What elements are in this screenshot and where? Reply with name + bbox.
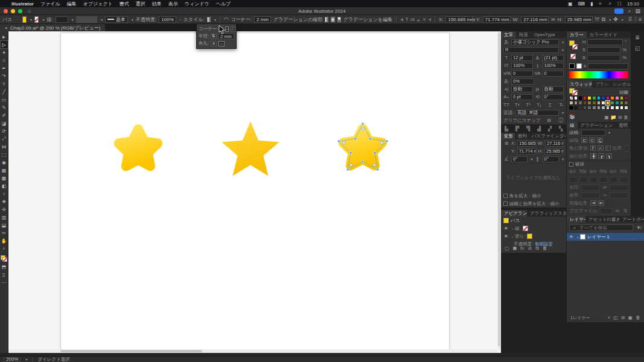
curvature-tool[interactable]: ↷ <box>1 72 8 80</box>
shaper-tool[interactable]: ✐ <box>1 112 8 119</box>
tab-brushes[interactable]: ブラシ <box>592 81 610 87</box>
font-style-dropdown[interactable]: R <box>503 47 559 53</box>
swatch-cell[interactable] <box>624 96 628 100</box>
gap-field-3[interactable] <box>620 177 628 183</box>
y-field[interactable]: 71.774 mm <box>483 16 511 23</box>
align-left-icon[interactable]: ⫣ <box>400 16 403 23</box>
align-outside-stroke-icon[interactable]: ┓ <box>606 153 612 159</box>
stroke-swatch[interactable] <box>34 16 39 23</box>
th-field[interactable]: 25.985 mm <box>544 148 564 154</box>
small-caps-icon[interactable]: Tᴛ <box>514 102 520 107</box>
hand-tool[interactable]: ✋ <box>1 237 8 244</box>
color-spectrum[interactable] <box>569 71 628 78</box>
swatch-cell[interactable] <box>578 96 582 100</box>
menu-item-9[interactable]: ヘルプ <box>216 1 231 7</box>
miter-join-icon[interactable]: Γ <box>590 145 596 151</box>
search-icon[interactable]: ⌕ <box>628 8 631 14</box>
menu-item-8[interactable]: ウィンドウ <box>185 1 209 7</box>
symbol-sprayer-tool[interactable]: ✣ <box>1 206 8 213</box>
tab-transparency[interactable]: 透明 <box>616 122 631 129</box>
swatch-cell[interactable] <box>620 106 624 110</box>
close-tab-icon[interactable]: × <box>5 25 8 31</box>
dock-icon-2[interactable]: ⫶ <box>634 16 636 23</box>
artboard-tool[interactable]: ⬓ <box>1 221 8 229</box>
layers-search-input[interactable] <box>579 225 631 230</box>
saturation-field[interactable] <box>587 47 620 53</box>
new-sublayer-icon[interactable]: ⊞ <box>621 315 625 321</box>
gradient-edit-label[interactable]: グラデーションを編集 <box>343 16 392 23</box>
corner-widget[interactable] <box>380 142 383 144</box>
all-caps-icon[interactable]: TT <box>503 102 509 107</box>
tab-align[interactable]: 整列 <box>515 133 529 139</box>
isolate-icon[interactable]: ✥ <box>613 16 618 22</box>
swatch-cell[interactable] <box>610 96 614 100</box>
strikethrough-icon[interactable]: T̶ <box>558 102 564 107</box>
spotlight-icon[interactable]: ⌕ <box>608 1 611 7</box>
rounding-absolute-icon[interactable]: ∧ <box>211 41 217 46</box>
freeform-gradient-icon[interactable] <box>337 17 341 22</box>
grid-view-icon[interactable]: ▦ <box>623 89 628 95</box>
shear-angle-field[interactable]: 0° <box>543 156 559 162</box>
swatch-cell[interactable] <box>606 96 610 100</box>
swatch-cell[interactable] <box>569 96 573 100</box>
paintbrush-tool[interactable]: ✎ <box>1 104 8 111</box>
align-middle-icon[interactable]: ⫟ <box>422 16 426 23</box>
tab-opentype[interactable]: OpenType <box>531 31 558 38</box>
corner-chamfer-icon[interactable]: 〉 <box>231 27 236 32</box>
screen-mirror-icon[interactable]: ▣ <box>568 1 573 7</box>
menu-item-2[interactable]: 編集 <box>67 1 77 7</box>
round-cap-icon[interactable]: ⊂ <box>589 138 595 143</box>
brush-definition-dropdown[interactable] <box>76 16 97 23</box>
tip-extend-icon[interactable]: ⇥ <box>590 200 596 206</box>
rotate-tool[interactable]: ⟳ <box>1 127 8 135</box>
transform-icon[interactable]: ⤧ <box>595 16 599 23</box>
wifi-icon[interactable]: ᯤ <box>598 1 603 7</box>
lasso-tool[interactable]: ೦ <box>1 57 8 64</box>
kerning-field[interactable]: 0 <box>511 71 533 77</box>
swatch-cell[interactable] <box>615 96 619 100</box>
libraries-panel-icon[interactable]: ≣ <box>635 34 640 40</box>
align-center-icon[interactable]: ⫯ <box>406 16 408 23</box>
anchor-point[interactable] <box>386 140 388 142</box>
scale-strokes-checkbox[interactable] <box>503 202 508 206</box>
tw-field[interactable]: 27.116 mm <box>545 141 564 147</box>
share-button[interactable] <box>614 8 623 14</box>
swatch-cell[interactable] <box>597 101 601 105</box>
swatch-cell[interactable] <box>578 106 582 110</box>
swatch-cell[interactable] <box>610 101 614 105</box>
type-tool[interactable]: T <box>1 80 8 87</box>
superscript-icon[interactable]: T¹ <box>525 102 531 107</box>
width-tool[interactable]: ⋈ <box>1 143 8 150</box>
duplicate-icon[interactable]: ⧉ <box>535 246 539 252</box>
new-layer-icon[interactable]: ▣ <box>628 315 633 321</box>
locate-object-icon[interactable]: ⌖ <box>608 315 611 321</box>
tab-artboards[interactable]: アートボード <box>619 216 644 223</box>
appearance-stroke-swatch[interactable] <box>523 226 528 231</box>
gap-field-2[interactable] <box>599 177 608 183</box>
tracking-field[interactable]: 0 <box>543 71 564 77</box>
radial-gradient-icon[interactable] <box>331 17 334 22</box>
align-icon-1[interactable]: ▙ <box>503 126 509 132</box>
swatch-cell[interactable] <box>574 106 578 110</box>
aki-right-dropdown[interactable]: 自動 <box>543 86 564 92</box>
baseline-shift-field[interactable]: 0 pt <box>511 94 533 100</box>
align-icon-3[interactable]: ▜ <box>525 126 531 132</box>
tx-field[interactable]: 150.685 mm <box>517 141 536 147</box>
draw-mode-icon[interactable]: ⬒ <box>1 263 8 270</box>
layer-row[interactable]: 👁 › レイヤー 1 ◦ <box>567 233 644 241</box>
canvas[interactable] <box>8 31 501 353</box>
fill-stroke-indicator[interactable] <box>1 255 7 262</box>
swatch-cell[interactable] <box>583 101 587 105</box>
tip-inside-icon[interactable]: ⇤ <box>598 200 604 206</box>
shape-builder-tool[interactable]: ◉ <box>1 159 8 166</box>
anchor-point[interactable] <box>337 140 340 142</box>
perspective-grid-tool[interactable]: ▦ <box>1 167 8 174</box>
fill-swatch[interactable] <box>22 16 27 23</box>
butt-cap-icon[interactable]: ⊏ <box>581 138 587 143</box>
gradient-tool[interactable]: ◧ <box>1 182 8 189</box>
document-tab[interactable]: × Chap2-09.ai* @ 200 % (RGB/プレビュー) <box>0 24 105 31</box>
radius-stepper[interactable]: ⇅ <box>211 34 217 39</box>
zoom-window-button[interactable] <box>18 9 22 13</box>
swatch-cell[interactable] <box>620 96 624 100</box>
swatch-themes-icon[interactable]: ▣ <box>604 115 609 120</box>
